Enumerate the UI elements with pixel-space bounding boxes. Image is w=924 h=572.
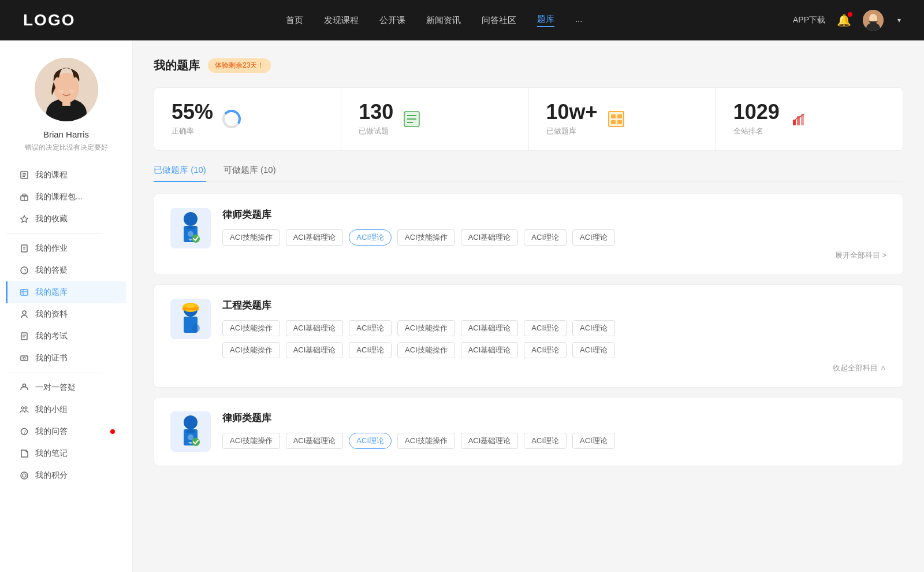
l2-tag-0[interactable]: ACI技能操作: [222, 433, 280, 449]
stat-text-done: 130 已做试题: [359, 102, 393, 136]
expand-link-lawyer-1[interactable]: 展开全部科目 >: [222, 250, 886, 261]
bank-icon: [19, 287, 29, 298]
page-title: 我的题库: [154, 58, 200, 73]
stat-value-banks: 10w+: [546, 102, 598, 122]
user-menu-chevron[interactable]: ▾: [897, 16, 901, 24]
cert-icon: [19, 353, 29, 363]
sidebar-label-profile: 我的资料: [35, 309, 68, 320]
eng-tag-r1-2[interactable]: ACI理论: [349, 320, 392, 336]
eng-tag-r2-0[interactable]: ACI技能操作: [222, 342, 280, 358]
svg-point-67: [192, 324, 200, 332]
tag-6[interactable]: ACI理论: [572, 229, 615, 246]
tag-1[interactable]: ACI基础理论: [286, 229, 344, 246]
sidebar-item-homework[interactable]: 我的作业: [6, 237, 126, 259]
tag-3[interactable]: ACI技能操作: [397, 229, 455, 246]
stat-text-rank: 1029 全站排名: [733, 102, 780, 136]
nav-bank[interactable]: 题库: [537, 14, 554, 27]
tag-0[interactable]: ACI技能操作: [222, 229, 280, 246]
tab-available-banks[interactable]: 可做题库 (10): [223, 165, 276, 181]
collapse-link-engineer[interactable]: 收起全部科目 ∧: [222, 363, 886, 373]
qbank-title-engineer: 工程类题库: [222, 299, 886, 312]
course-icon: [19, 170, 29, 180]
l2-tag-1[interactable]: ACI基础理论: [286, 433, 344, 449]
sidebar-label-points: 我的积分: [35, 470, 68, 481]
stats-row: 55% 正确率 130 已做试题: [154, 87, 903, 151]
sidebar-item-bank[interactable]: 我的题库: [6, 281, 126, 303]
stat-value-done: 130: [359, 102, 393, 122]
star-icon: [19, 214, 29, 224]
eng-tag-r2-2[interactable]: ACI理论: [349, 342, 392, 358]
sidebar-item-cert[interactable]: 我的证书: [6, 347, 126, 369]
grid-icon: [606, 109, 627, 129]
svg-rect-53: [617, 120, 622, 124]
sidebar-item-course[interactable]: 我的课程: [6, 164, 126, 186]
sidebar-item-exam[interactable]: 我的考试: [6, 325, 126, 347]
app-download-link[interactable]: APP下载: [793, 15, 825, 25]
eng-tag-r2-3[interactable]: ACI技能操作: [397, 342, 455, 358]
qbank-content-lawyer-2: 律师类题库 ACI技能操作 ACI基础理论 ACI理论 ACI技能操作 ACI基…: [222, 411, 886, 449]
layout: Brian Harris 错误的决定比没有决定要好 我的课程 我的课程包...: [0, 40, 924, 572]
lawyer-icon-2: [175, 414, 206, 449]
sidebar-item-profile[interactable]: 我的资料: [6, 303, 126, 325]
eng-tag-r2-4[interactable]: ACI基础理论: [461, 342, 519, 358]
sidebar-item-myqa[interactable]: ? 我的问答: [6, 421, 126, 443]
svg-point-39: [23, 474, 26, 477]
svg-point-68: [184, 415, 198, 429]
eng-tag-r2-1[interactable]: ACI基础理论: [286, 342, 344, 358]
svg-rect-59: [187, 226, 195, 229]
l2-tag-6[interactable]: ACI理论: [572, 433, 615, 449]
sidebar-item-points[interactable]: 我的积分: [6, 465, 126, 486]
eng-tag-r1-1[interactable]: ACI基础理论: [286, 320, 344, 336]
sidebar-item-answers[interactable]: ? 我的答疑: [6, 259, 126, 281]
tag-4[interactable]: ACI基础理论: [461, 229, 519, 246]
sidebar-item-tutor[interactable]: 一对一答疑: [6, 377, 126, 399]
sidebar-label-course: 我的课程: [35, 170, 68, 180]
nav-news[interactable]: 新闻资讯: [426, 15, 461, 26]
sidebar-item-group[interactable]: 我的小组: [6, 399, 126, 421]
bar-chart-icon: [788, 109, 808, 129]
nav-more[interactable]: ···: [575, 16, 583, 25]
sidebar: Brian Harris 错误的决定比没有决定要好 我的课程 我的课程包...: [0, 40, 133, 572]
qbank-content-lawyer-1: 律师类题库 ACI技能操作 ACI基础理论 ACI理论 ACI技能操作 ACI基…: [222, 208, 886, 261]
svg-rect-51: [617, 114, 622, 118]
nav-home[interactable]: 首页: [286, 15, 303, 26]
user-avatar[interactable]: [863, 10, 884, 31]
svg-rect-26: [21, 333, 27, 340]
qbank-header-lawyer-2: 律师类题库 ACI技能操作 ACI基础理论 ACI理论 ACI技能操作 ACI基…: [170, 411, 886, 452]
tab-done-banks[interactable]: 已做题库 (10): [154, 165, 206, 181]
nav-discover[interactable]: 发现课程: [324, 15, 359, 26]
nav-right: APP下载 🔔 ▾: [793, 10, 901, 31]
l2-tag-2-active[interactable]: ACI理论: [349, 433, 392, 449]
eng-tag-r1-0[interactable]: ACI技能操作: [222, 320, 280, 336]
eng-tag-r2-5[interactable]: ACI理论: [524, 342, 567, 358]
svg-rect-70: [187, 429, 195, 433]
qbank-content-engineer: 工程类题库 ACI技能操作 ACI基础理论 ACI理论 ACI技能操作 ACI基…: [222, 299, 886, 373]
eng-tag-r1-5[interactable]: ACI理论: [524, 320, 567, 336]
points-icon: [19, 470, 29, 481]
notification-bell[interactable]: 🔔: [837, 13, 851, 27]
eng-tag-r1-3[interactable]: ACI技能操作: [397, 320, 455, 336]
stat-label-done: 已做试题: [359, 126, 393, 136]
eng-tag-r1-6[interactable]: ACI理论: [572, 320, 615, 336]
eng-tag-r2-6[interactable]: ACI理论: [572, 342, 615, 358]
nav-open-course[interactable]: 公开课: [379, 15, 405, 26]
svg-text:?: ?: [24, 429, 26, 435]
sidebar-label-bank: 我的题库: [35, 287, 68, 298]
qbank-icon-engineer: [170, 299, 211, 339]
sidebar-item-package[interactable]: 我的课程包...: [6, 186, 126, 208]
eng-tag-r1-4[interactable]: ACI基础理论: [461, 320, 519, 336]
note-icon: [19, 448, 29, 459]
l2-tag-5[interactable]: ACI理论: [524, 433, 567, 449]
l2-tag-4[interactable]: ACI基础理论: [461, 433, 519, 449]
tag-2-active[interactable]: ACI理论: [349, 229, 392, 246]
nav-links: 首页 发现课程 公开课 新闻资讯 问答社区 题库 ···: [286, 14, 583, 27]
svg-rect-48: [609, 112, 624, 127]
qbank-card-engineer: 工程类题库 ACI技能操作 ACI基础理论 ACI理论 ACI技能操作 ACI基…: [154, 284, 903, 388]
l2-tag-3[interactable]: ACI技能操作: [397, 433, 455, 449]
sidebar-item-notes[interactable]: 我的笔记: [6, 443, 126, 465]
nav-qa[interactable]: 问答社区: [482, 15, 516, 26]
qa-notification-dot: [110, 429, 115, 434]
tag-5[interactable]: ACI理论: [524, 229, 567, 246]
sidebar-label-exam: 我的考试: [35, 331, 68, 341]
sidebar-item-favorites[interactable]: 我的收藏: [6, 208, 126, 230]
